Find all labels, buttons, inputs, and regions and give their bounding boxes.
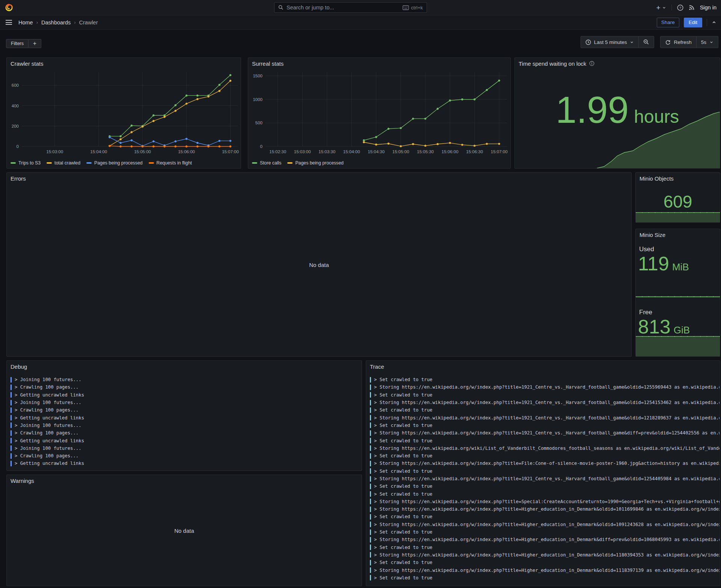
panel-title[interactable]: Crawler stats [7,58,241,69]
log-line[interactable]: > Storing https://en.wikipedia.org/w/ind… [370,383,719,391]
log-text: > Set crawled to true [374,407,432,413]
add-filter-button[interactable]: + [29,39,41,48]
panel-title[interactable]: Debug [7,361,362,372]
breadcrumb-bar: Home › Dashboards › Crawler Share Edit [0,15,721,30]
plus-icon: + [656,4,661,11]
log-line[interactable]: > Set crawled to true [370,544,719,551]
svg-text:500: 500 [255,121,262,125]
log-line[interactable]: > Set crawled to true [370,391,719,399]
legend-label: Requests in flight [157,160,192,166]
news-rss-icon[interactable] [689,5,695,11]
search-icon [278,5,284,10]
log-line[interactable]: > Storing https://en.wikipedia.org/w/ind… [370,566,719,574]
panel-title[interactable]: Surreal stats [248,58,510,69]
share-button[interactable]: Share [657,18,679,27]
log-line[interactable]: > Storing https://en.wikipedia.org/w/ind… [370,498,719,505]
log-line[interactable]: > Joining 100 futures... [11,422,361,429]
legend-item[interactable]: Trips to S3 [11,160,41,166]
log-line[interactable]: > Storing https://en.wikipedia.org/w/ind… [370,551,719,559]
help-icon[interactable]: ? [677,5,683,11]
log-line[interactable]: > Joining 100 futures... [11,445,361,452]
legend-item[interactable]: total crawled [47,160,80,166]
panel-title[interactable]: Minio Objects [636,173,720,184]
svg-text:15:06:00: 15:06:00 [442,149,459,154]
legend-item[interactable]: Store calls [252,160,281,166]
stat-value: 119 [638,254,669,273]
refresh-interval-select[interactable]: 5s [696,36,718,48]
log-line[interactable]: > Joining 100 futures... [11,376,361,383]
log-text: > Storing https://en.wikipedia.org/w/ind… [374,430,719,436]
menu-toggle-icon[interactable] [6,20,12,25]
panel-title[interactable]: Minio Size [636,229,720,240]
trace-log-list[interactable]: > Set crawled to true> Storing https://e… [366,372,719,585]
log-line[interactable]: > Crawling 100 pages... [11,406,361,414]
edit-button[interactable]: Edit [684,18,702,27]
panel-title[interactable]: Time spend waiting on lock [519,60,586,67]
log-line[interactable]: > Storing https://en.wikipedia.org/w/ind… [370,505,719,513]
log-line[interactable]: > Getting uncrawled links [11,460,361,467]
breadcrumb-dashboards[interactable]: Dashboards [41,20,71,26]
breadcrumb-home[interactable]: Home [18,20,33,26]
log-line[interactable]: > Getting uncrawled links [11,414,361,421]
log-line[interactable]: > Set crawled to true [370,467,719,475]
surreal-stats-chart[interactable]: 05001000150015:02:3015:03:0015:03:3015:0… [248,69,510,155]
debug-log-list[interactable]: > Joining 100 futures...> Crawling 100 p… [7,372,361,470]
log-line[interactable]: > Crawling 100 pages... [11,429,361,437]
log-text: > Storing https://en.wikipedia.org/w/ind… [374,499,719,504]
log-line[interactable]: > Set crawled to true [370,482,719,490]
log-line[interactable]: > Storing https://en.wikipedia.org/w/ind… [370,521,719,528]
stat-unit: GiB [674,325,690,335]
log-level-bar [11,461,12,466]
grafana-logo-icon[interactable] [5,3,13,12]
refresh-button[interactable]: Refresh [661,36,696,48]
log-level-bar [370,537,371,543]
time-controls: Last 5 minutes Refresh 5s [581,36,718,48]
panel-title[interactable]: Trace [366,361,720,372]
log-text: > Getting uncrawled links [15,438,84,443]
log-level-bar [370,575,371,580]
log-line[interactable]: > Set crawled to true [370,422,719,429]
log-line[interactable]: > Set crawled to true [370,452,719,460]
zoom-out-button[interactable] [638,36,654,48]
info-icon[interactable] [589,61,594,66]
svg-text:15:06:30: 15:06:30 [466,149,483,154]
log-line[interactable]: > Getting uncrawled links [11,391,361,399]
log-line[interactable]: > Set crawled to true [370,559,719,566]
log-line[interactable]: > Set crawled to true [370,406,719,414]
filters-button[interactable]: Filters [6,39,29,48]
log-line[interactable]: > Storing https://en.wikipedia.org/w/ind… [370,429,719,437]
log-line[interactable]: > Set crawled to true [370,513,719,520]
log-line[interactable]: > Set crawled to true [370,574,719,582]
panel-title[interactable]: Errors [7,173,631,184]
search-input[interactable]: Search or jump to... ctrl+k [274,2,427,13]
legend-label: total crawled [54,160,80,166]
panel-title[interactable]: Warnings [7,475,362,486]
log-line[interactable]: > Storing https://en.wikipedia.org/w/ind… [370,536,719,543]
new-button[interactable]: + [656,4,666,11]
log-line[interactable]: > Getting uncrawled links [11,437,361,444]
legend-item[interactable]: Pages being processed [287,160,344,166]
log-line[interactable]: > Storing https://en.wikipedia.org/w/ind… [370,460,719,467]
log-line[interactable]: > Storing https://en.wikipedia.org/wiki/… [370,445,719,452]
time-range-picker[interactable]: Last 5 minutes [581,36,639,48]
sign-in-button[interactable]: Sign in [700,5,716,11]
legend-swatch [149,162,154,164]
log-level-bar [370,453,371,459]
log-line[interactable]: > Set crawled to true [370,376,719,383]
crawler-stats-chart[interactable]: 020040060015:03:0015:04:0015:05:0015:06:… [7,69,241,155]
log-line[interactable]: > Storing https://en.wikipedia.org/w/ind… [370,475,719,482]
log-line[interactable]: > Storing https://en.wikipedia.org/w/ind… [370,399,719,406]
log-line[interactable]: > Set crawled to true [370,490,719,498]
log-line[interactable]: > Joining 100 futures... [11,399,361,406]
log-text: > Joining 100 futures... [15,423,81,428]
log-line[interactable]: > Set crawled to true [370,437,719,444]
legend-item[interactable]: Requests in flight [149,160,192,166]
log-line[interactable]: > Storing https://en.wikipedia.org/w/ind… [370,414,719,421]
log-line[interactable]: > Crawling 100 pages... [11,452,361,460]
log-text: > Set crawled to true [374,492,432,497]
log-line[interactable]: > Crawling 100 pages... [11,383,361,391]
legend-item[interactable]: Pages being processed [86,160,143,166]
log-line[interactable]: > Set crawled to true [370,528,719,536]
log-text: > Getting uncrawled links [15,415,84,421]
chevron-up-icon[interactable] [712,20,716,25]
